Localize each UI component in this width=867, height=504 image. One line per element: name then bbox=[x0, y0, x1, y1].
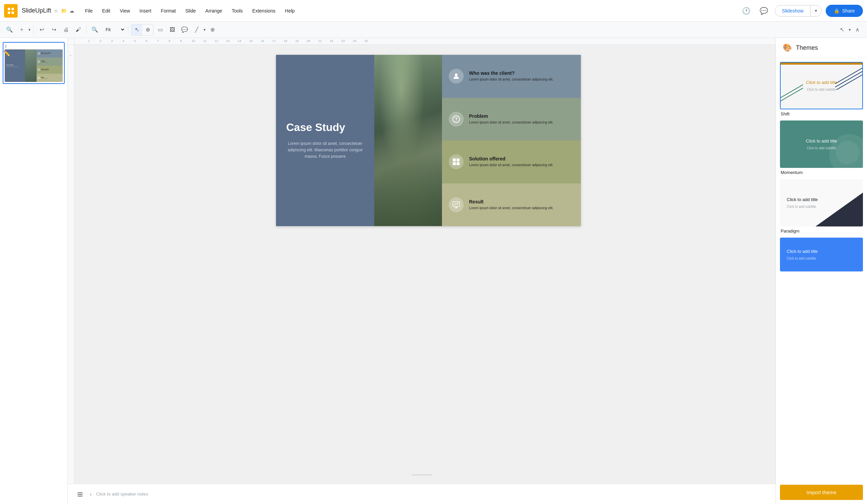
section-title-3: Solution offered bbox=[469, 156, 574, 162]
canvas-scroll[interactable]: Case Study Lorem ipsum dolor sit amet, c… bbox=[75, 45, 775, 484]
search-button[interactable]: 🔍 bbox=[4, 24, 15, 35]
print-button[interactable]: 🖨 bbox=[61, 24, 72, 35]
undo-button[interactable]: ↩ bbox=[36, 24, 47, 35]
zoom-out-button[interactable]: 🔍 bbox=[89, 24, 100, 35]
speech-bubble-button[interactable]: 💬 bbox=[179, 24, 190, 35]
section-text-4: Lorem ipsum dolor sit amet, consectetuer… bbox=[469, 206, 574, 210]
image-button[interactable]: 🖼 bbox=[167, 24, 178, 35]
slide-section-3: Solution offered Lorem ipsum dolor sit a… bbox=[442, 141, 581, 184]
app-title: SlideUpLift bbox=[22, 7, 51, 14]
section-icon-2: ? bbox=[449, 112, 464, 127]
import-theme-button[interactable]: Import theme bbox=[780, 485, 863, 500]
line-dropdown-icon[interactable]: ▾ bbox=[204, 28, 206, 32]
section-content-1: Who was the client? Lorem ipsum dolor si… bbox=[469, 70, 574, 82]
svg-point-4 bbox=[455, 74, 458, 76]
menu-edit[interactable]: Edit bbox=[98, 6, 115, 15]
slideshow-button[interactable]: Slideshow bbox=[775, 6, 811, 16]
menu-insert[interactable]: Insert bbox=[136, 6, 156, 15]
menu-arrange[interactable]: Arrange bbox=[201, 6, 226, 15]
menu-tools[interactable]: Tools bbox=[228, 6, 247, 15]
horizontal-ruler: 1234567891011121314151617181920212223242… bbox=[75, 38, 775, 45]
title-area: SlideUpLift ☆ 📁 ☁ bbox=[22, 7, 74, 14]
star-icon[interactable]: ☆ bbox=[54, 8, 58, 13]
slide-thumb-1[interactable]: 1 Case Study Lorem ipsum dolor sit amet … bbox=[3, 42, 65, 84]
section-icon-3 bbox=[449, 154, 464, 169]
paint-format-button[interactable]: 🖌 bbox=[73, 24, 84, 35]
themes-list: Click to add title Click to add subtitle… bbox=[776, 58, 867, 481]
menu-format[interactable]: Format bbox=[157, 6, 180, 15]
menu-view[interactable]: View bbox=[116, 6, 134, 15]
svg-rect-7 bbox=[453, 158, 456, 162]
themes-panel: 🎨 Themes bbox=[775, 38, 867, 504]
theme-blue[interactable]: Click to add title Click to add subtitle bbox=[780, 238, 863, 272]
theme-paradigm[interactable]: Click to add title Click to add subtitle… bbox=[780, 179, 863, 233]
section-text-1: Lorem ipsum dolor sit amet, consectetuer… bbox=[469, 77, 574, 82]
history-button[interactable]: 🕐 bbox=[740, 4, 753, 18]
svg-rect-3 bbox=[11, 11, 14, 14]
menu-slide[interactable]: Slide bbox=[181, 6, 200, 15]
theme-paradigm-name: Paradigm bbox=[780, 229, 863, 233]
section-content-2: Problem Lorem ipsum dolor sit amet, cons… bbox=[469, 113, 574, 125]
menu-extensions[interactable]: Extensions bbox=[248, 6, 279, 15]
move-tool[interactable]: ⊕ bbox=[142, 24, 153, 35]
comment-button[interactable]: 💬 bbox=[757, 4, 771, 18]
slide-title: Case Study bbox=[286, 121, 364, 134]
slide-panel: 1 Case Study Lorem ipsum dolor sit amet … bbox=[0, 38, 68, 504]
section-title-1: Who was the client? bbox=[469, 70, 574, 76]
folder-icon[interactable]: 📁 bbox=[61, 8, 67, 13]
slide-thumbnail: Case Study Lorem ipsum dolor sit amet Wh… bbox=[5, 50, 63, 82]
section-title-2: Problem bbox=[469, 113, 574, 119]
svg-rect-1 bbox=[11, 8, 14, 10]
menu-file[interactable]: File bbox=[81, 6, 97, 15]
main-area: 1 Case Study Lorem ipsum dolor sit amet … bbox=[0, 38, 867, 504]
separator-1 bbox=[33, 26, 33, 34]
svg-text:?: ? bbox=[455, 117, 458, 122]
line-button[interactable]: ╱ bbox=[191, 24, 202, 35]
collapse-panel-button[interactable]: ‹ bbox=[85, 489, 96, 500]
lock-icon: 🔒 bbox=[834, 8, 839, 13]
right-actions: 🕐 💬 Slideshow ▾ 🔒 Share bbox=[740, 4, 863, 18]
menu-bar: File Edit View Insert Format Slide Arran… bbox=[81, 6, 299, 15]
cursor-button[interactable]: ↖ bbox=[836, 24, 847, 35]
redo-button[interactable]: ↪ bbox=[49, 24, 59, 35]
themes-icon: 🎨 bbox=[783, 43, 792, 52]
right-toolbar: ↖ ▾ ∧ bbox=[836, 24, 863, 35]
add-slide-button[interactable]: ＋ bbox=[16, 24, 27, 35]
section-text-2: Lorem ipsum dolor sit amet, consectetuer… bbox=[469, 120, 574, 125]
plus-button[interactable]: ⊕ bbox=[207, 24, 218, 35]
cloud-icon[interactable]: ☁ bbox=[69, 8, 74, 13]
theme-momentum-name: Momentum bbox=[780, 170, 863, 175]
slide-subtitle: Lorem ipsum dolor sit amet, consectetuer… bbox=[286, 141, 364, 160]
ruler-corner bbox=[68, 38, 75, 45]
slide-right-panel: Who was the client? Lorem ipsum dolor si… bbox=[442, 55, 581, 226]
add-dropdown-icon[interactable]: ▾ bbox=[29, 28, 31, 32]
section-content-3: Solution offered Lorem ipsum dolor sit a… bbox=[469, 156, 574, 167]
speaker-notes-bar: ⊞ ‹ Click to add speaker notes bbox=[68, 484, 775, 504]
pointer-tools: ↖ ⊕ bbox=[131, 24, 153, 35]
zoom-select[interactable]: Fit 50% 75% 100% 125% 150% 200% bbox=[101, 25, 125, 34]
slideshow-button-group: Slideshow ▾ bbox=[775, 5, 822, 17]
cursor-dropdown-icon[interactable]: ▾ bbox=[849, 28, 851, 32]
select-tool[interactable]: ↖ bbox=[131, 24, 142, 35]
slide-annotation-icon: ✏️ bbox=[3, 50, 10, 56]
menu-help[interactable]: Help bbox=[281, 6, 299, 15]
collapse-toolbar-button[interactable]: ∧ bbox=[852, 24, 863, 35]
slide-canvas[interactable]: Case Study Lorem ipsum dolor sit amet, c… bbox=[276, 55, 581, 226]
section-title-4: Result bbox=[469, 199, 574, 205]
slide-section-2: ? Problem Lorem ipsum dolor sit amet, co… bbox=[442, 98, 581, 141]
scroll-indicator bbox=[411, 474, 432, 475]
slide-photo bbox=[374, 55, 442, 226]
vertical-ruler: 1 bbox=[68, 45, 75, 484]
slideshow-dropdown-button[interactable]: ▾ bbox=[811, 6, 821, 16]
grid-view-button[interactable]: ⊞ bbox=[75, 489, 85, 500]
speaker-notes-placeholder[interactable]: Click to add speaker notes bbox=[96, 492, 769, 496]
svg-rect-8 bbox=[457, 158, 460, 162]
theme-blue-preview: Click to add title Click to add subtitle bbox=[780, 238, 863, 272]
theme-shift[interactable]: Click to add title Click to add subtitle… bbox=[780, 62, 863, 117]
theme-momentum[interactable]: Click to add title Click to add subtitle… bbox=[780, 121, 863, 175]
section-text-3: Lorem ipsum dolor sit amet, consectetuer… bbox=[469, 163, 574, 167]
shapes-button[interactable]: ▭ bbox=[155, 24, 165, 35]
separator-2 bbox=[86, 26, 87, 34]
slide-number: 1 bbox=[5, 44, 63, 48]
share-button[interactable]: 🔒 Share bbox=[826, 5, 863, 17]
